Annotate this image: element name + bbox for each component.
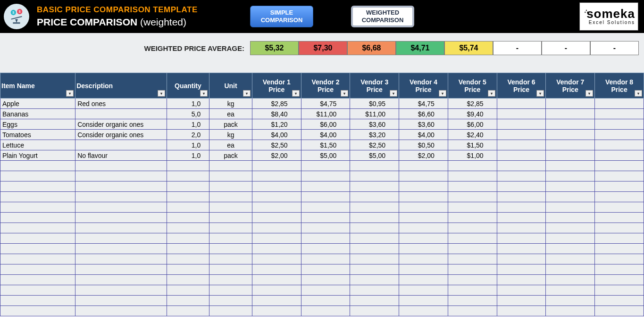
cell-vendor-2-price[interactable]: $4,00 <box>301 130 350 140</box>
cell-vendor-6-price[interactable] <box>497 99 546 109</box>
empty-cell[interactable] <box>350 223 399 233</box>
empty-cell[interactable] <box>75 182 167 192</box>
empty-cell[interactable] <box>497 161 546 171</box>
empty-cell[interactable] <box>448 254 497 264</box>
empty-cell[interactable] <box>75 192 167 202</box>
empty-cell[interactable] <box>350 202 399 213</box>
cell-vendor-3-price[interactable]: $0,95 <box>350 99 399 109</box>
cell-vendor-7-price[interactable] <box>546 150 595 161</box>
cell-item-name[interactable]: Bananas <box>0 109 75 119</box>
cell-vendor-1-price[interactable]: $2,85 <box>252 99 301 109</box>
empty-cell[interactable] <box>301 244 350 254</box>
empty-cell[interactable] <box>167 192 209 202</box>
filter-dropdown-icon[interactable]: ▾ <box>200 90 208 97</box>
empty-cell[interactable] <box>252 296 301 306</box>
filter-dropdown-icon[interactable]: ▾ <box>158 90 165 97</box>
empty-cell[interactable] <box>497 192 546 202</box>
filter-dropdown-icon[interactable]: ▾ <box>488 90 495 97</box>
empty-cell[interactable] <box>301 182 350 192</box>
empty-cell[interactable] <box>350 296 399 306</box>
filter-dropdown-icon[interactable]: ▾ <box>439 90 446 97</box>
empty-cell[interactable] <box>497 223 546 233</box>
empty-cell[interactable] <box>399 182 448 192</box>
col-header-vendor-5[interactable]: Vendor 5Price▾ <box>448 73 497 99</box>
cell-vendor-5-price[interactable]: $1,50 <box>448 140 497 150</box>
cell-vendor-1-price[interactable]: $2,00 <box>252 150 301 161</box>
empty-cell[interactable] <box>209 254 252 264</box>
cell-unit[interactable]: kg <box>209 99 252 109</box>
empty-cell[interactable] <box>167 264 209 275</box>
cell-quantity[interactable]: 1,0 <box>167 140 209 150</box>
empty-cell[interactable] <box>399 202 448 213</box>
empty-cell[interactable] <box>497 275 546 285</box>
empty-cell[interactable] <box>497 233 546 244</box>
empty-cell[interactable] <box>75 296 167 306</box>
empty-cell[interactable] <box>497 202 546 213</box>
filter-dropdown-icon[interactable]: ▾ <box>66 90 74 97</box>
empty-cell[interactable] <box>252 244 301 254</box>
cell-vendor-6-price[interactable] <box>497 119 546 130</box>
empty-cell[interactable] <box>75 264 167 275</box>
empty-cell[interactable] <box>350 233 399 244</box>
empty-cell[interactable] <box>546 296 595 306</box>
cell-quantity[interactable]: 1,0 <box>167 99 209 109</box>
filter-dropdown-icon[interactable]: ▾ <box>390 90 397 97</box>
empty-cell[interactable] <box>595 192 644 202</box>
empty-cell[interactable] <box>448 213 497 223</box>
empty-cell[interactable] <box>209 161 252 171</box>
empty-cell[interactable] <box>209 275 252 285</box>
empty-cell[interactable] <box>399 244 448 254</box>
empty-cell[interactable] <box>0 296 75 306</box>
col-header-quantity[interactable]: Quantity▾ <box>167 73 209 99</box>
empty-cell[interactable] <box>497 285 546 296</box>
empty-cell[interactable] <box>0 223 75 233</box>
empty-cell[interactable] <box>75 285 167 296</box>
empty-cell[interactable] <box>448 306 497 316</box>
col-header-vendor-2[interactable]: Vendor 2Price▾ <box>301 73 350 99</box>
cell-vendor-3-price[interactable]: $3,20 <box>350 130 399 140</box>
empty-cell[interactable] <box>252 223 301 233</box>
empty-cell[interactable] <box>167 171 209 182</box>
empty-cell[interactable] <box>209 202 252 213</box>
filter-dropdown-icon[interactable]: ▾ <box>635 90 642 97</box>
empty-cell[interactable] <box>75 306 167 316</box>
cell-vendor-4-price[interactable]: $6,60 <box>399 109 448 119</box>
empty-cell[interactable] <box>252 275 301 285</box>
empty-cell[interactable] <box>448 275 497 285</box>
cell-quantity[interactable]: 1,0 <box>167 119 209 130</box>
empty-cell[interactable] <box>252 161 301 171</box>
empty-cell[interactable] <box>252 264 301 275</box>
cell-vendor-7-price[interactable] <box>546 109 595 119</box>
cell-vendor-4-price[interactable]: $2,00 <box>399 150 448 161</box>
cell-description[interactable]: Consider organic ones <box>75 130 167 140</box>
cell-item-name[interactable]: Plain Yogurt <box>0 150 75 161</box>
empty-cell[interactable] <box>448 202 497 213</box>
col-header-vendor-4[interactable]: Vendor 4Price▾ <box>399 73 448 99</box>
empty-cell[interactable] <box>448 192 497 202</box>
cell-vendor-8-price[interactable] <box>595 140 644 150</box>
empty-cell[interactable] <box>546 275 595 285</box>
cell-vendor-2-price[interactable]: $4,75 <box>301 99 350 109</box>
cell-vendor-8-price[interactable] <box>595 119 644 130</box>
empty-cell[interactable] <box>75 161 167 171</box>
empty-cell[interactable] <box>209 223 252 233</box>
empty-cell[interactable] <box>252 182 301 192</box>
empty-cell[interactable] <box>0 275 75 285</box>
empty-cell[interactable] <box>167 244 209 254</box>
empty-cell[interactable] <box>497 264 546 275</box>
empty-cell[interactable] <box>301 254 350 264</box>
cell-vendor-8-price[interactable] <box>595 130 644 140</box>
cell-vendor-6-price[interactable] <box>497 130 546 140</box>
empty-cell[interactable] <box>595 264 644 275</box>
empty-cell[interactable] <box>0 202 75 213</box>
empty-cell[interactable] <box>209 285 252 296</box>
col-header-vendor-3[interactable]: Vendor 3Price▾ <box>350 73 399 99</box>
empty-cell[interactable] <box>350 275 399 285</box>
empty-cell[interactable] <box>301 161 350 171</box>
empty-cell[interactable] <box>350 171 399 182</box>
cell-vendor-8-price[interactable] <box>595 150 644 161</box>
cell-vendor-8-price[interactable] <box>595 99 644 109</box>
empty-cell[interactable] <box>399 306 448 316</box>
empty-cell[interactable] <box>252 213 301 223</box>
empty-cell[interactable] <box>75 202 167 213</box>
